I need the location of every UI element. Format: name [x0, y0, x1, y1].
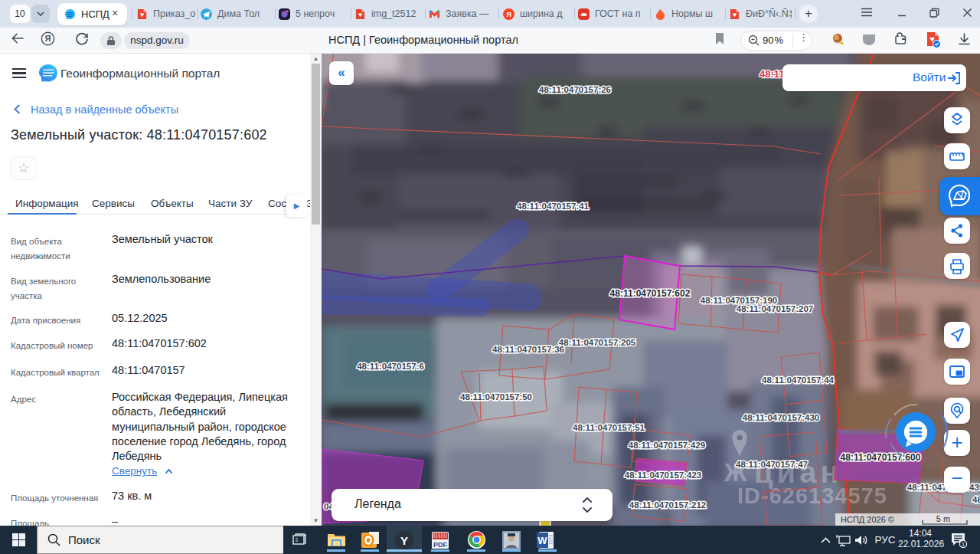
- svg-text:Y: Y: [400, 533, 408, 546]
- svg-text:НСПД 2026 ©: НСПД 2026 ©: [841, 515, 894, 524]
- svg-text:ID-626134575: ID-626134575: [737, 484, 887, 508]
- svg-text:48:11:0470157:207: 48:11:0470157:207: [737, 304, 813, 313]
- svg-text:5 m: 5 m: [936, 514, 950, 523]
- svg-text:48:11:0470157:423: 48:11:0470157:423: [625, 470, 701, 480]
- svg-text:48:11:0470157:50: 48:11:0470157:50: [460, 392, 532, 402]
- svg-text:48:11:0470157:44: 48:11:0470157:44: [762, 375, 835, 385]
- svg-text:Я: Я: [45, 34, 51, 43]
- svg-text:48:11:0470157:51: 48:11:0470157:51: [573, 423, 645, 432]
- svg-text:48:11:0470157:430: 48:11:0470157:430: [743, 413, 819, 422]
- svg-text:48:11:0470157:602: 48:11:0470157:602: [610, 288, 691, 299]
- svg-text:PDF: PDF: [433, 540, 448, 548]
- svg-text:48:11:0470157:205: 48:11:0470157:205: [559, 338, 636, 347]
- svg-text:1: 1: [962, 541, 965, 548]
- svg-text:48:: 48:: [972, 495, 980, 504]
- svg-text:48:11:0470157:36: 48:11:0470157:36: [492, 345, 564, 354]
- svg-text:48:11:0470157:47: 48:11:0470157:47: [736, 460, 808, 469]
- svg-text:48:11:0470157:41: 48:11:0470157:41: [517, 202, 590, 211]
- svg-text:Я: Я: [506, 11, 511, 18]
- svg-text:48:11:0470157:429: 48:11:0470157:429: [629, 441, 705, 450]
- svg-text:48:11:0470157:6: 48:11:0470157:6: [357, 362, 424, 371]
- svg-text:48:11:0470157:26: 48:11:0470157:26: [539, 85, 611, 94]
- svg-text:W: W: [537, 535, 547, 546]
- svg-text:48:11:0470157:212: 48:11:0470157:212: [629, 500, 706, 510]
